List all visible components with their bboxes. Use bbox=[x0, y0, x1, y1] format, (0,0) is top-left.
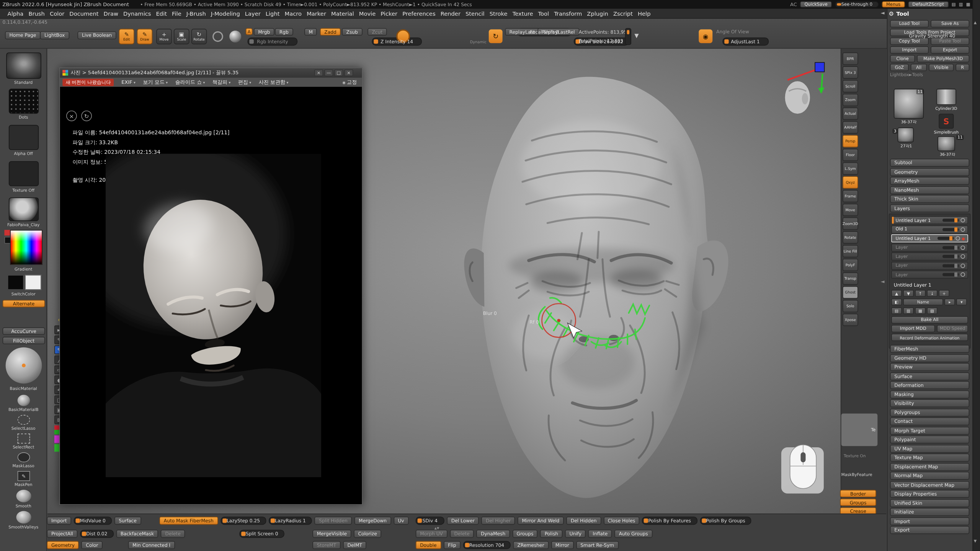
layer-add-icon[interactable]: + bbox=[939, 290, 949, 297]
menu-item[interactable]: Layer bbox=[242, 10, 263, 16]
layer-up-icon[interactable]: ▲ bbox=[891, 290, 902, 297]
tool-section-header[interactable]: Export bbox=[890, 526, 969, 534]
viewer-close-overlay-button[interactable]: × bbox=[66, 111, 77, 121]
dynamic-label[interactable]: Dynamic bbox=[470, 39, 487, 44]
shelf-button[interactable]: Frame bbox=[843, 190, 858, 202]
draw-size-slider[interactable]: Draw Size 26.8692 bbox=[573, 37, 629, 46]
draw-button[interactable]: ✎Draw bbox=[137, 29, 153, 44]
viewer-menu-item[interactable]: 책갈피▾ bbox=[212, 79, 230, 86]
bottom-control[interactable]: ProjectAll bbox=[47, 530, 77, 538]
tool-section-header[interactable]: Subtool bbox=[890, 159, 969, 167]
bottom-control[interactable]: Close Holes bbox=[603, 517, 639, 525]
zsub-button[interactable]: Zsub bbox=[342, 28, 362, 36]
shelf-button[interactable]: L.Sym bbox=[843, 162, 858, 175]
default-zscript-button[interactable]: DefaultZScript bbox=[908, 1, 949, 7]
replay-icon[interactable]: ↻ bbox=[489, 29, 503, 43]
viewer-rotate-overlay-button[interactable]: ↻ bbox=[81, 111, 92, 121]
menu-item[interactable]: Color bbox=[47, 10, 67, 16]
bake-all-button[interactable]: Bake All bbox=[891, 316, 968, 324]
menu-item[interactable]: Light bbox=[263, 10, 282, 16]
bottom-control[interactable]: Import bbox=[47, 517, 71, 525]
viewer-minimize-icon[interactable]: — bbox=[324, 69, 333, 76]
goz-visible-button[interactable]: Visible bbox=[929, 64, 954, 72]
bottom-control[interactable]: Polish By Groups bbox=[700, 517, 751, 525]
shelf-button[interactable]: Zoom bbox=[843, 94, 858, 106]
tool-section-header[interactable]: Deformation bbox=[890, 381, 969, 389]
bottom-control[interactable]: LazyStep 0.25 bbox=[220, 517, 266, 525]
bottom-control[interactable]: Split Screen 0 bbox=[239, 530, 284, 538]
layer-split-icon[interactable]: ◧ bbox=[891, 298, 902, 305]
bottom-control[interactable]: Smart Re-Sym bbox=[576, 541, 619, 549]
bottom-control[interactable]: Unify bbox=[565, 530, 586, 538]
rgb-intensity-slider[interactable]: Rgb Intensity bbox=[248, 37, 298, 46]
shelf-button[interactable]: AAHalf bbox=[843, 121, 858, 134]
save-as-button[interactable]: Save As bbox=[931, 20, 969, 28]
layer-row[interactable]: Layer bbox=[891, 243, 968, 251]
stroke-preview-icon[interactable] bbox=[212, 31, 223, 42]
window-icon[interactable]: ▦ bbox=[966, 2, 970, 7]
material-preview-icon[interactable] bbox=[229, 31, 241, 42]
viewer-menu-item[interactable]: EXIF▾ bbox=[121, 79, 136, 85]
load-tool-button[interactable]: Load Tool bbox=[890, 20, 929, 28]
border-button[interactable]: Border bbox=[840, 490, 876, 497]
viewer-close-icon[interactable]: × bbox=[345, 69, 353, 76]
shelf-button[interactable]: Rotate bbox=[843, 231, 858, 244]
shelf-button[interactable]: Floor bbox=[843, 149, 858, 161]
mrgb-button[interactable]: Mrgb bbox=[254, 28, 274, 36]
scale-button[interactable]: ▣Scale bbox=[174, 29, 189, 44]
layer-intensity-slider[interactable] bbox=[942, 264, 959, 267]
tool-panel-header[interactable]: ⚙Tool bbox=[889, 9, 972, 18]
layer-intensity-slider[interactable] bbox=[942, 218, 959, 222]
mdd-speed-button[interactable]: MDD Speed bbox=[937, 325, 968, 333]
layer-row[interactable]: Layer bbox=[891, 271, 968, 279]
layer-mode-icon-3[interactable]: ▦ bbox=[915, 307, 926, 314]
record-deformation-button[interactable]: Record Deformation Animation bbox=[891, 334, 968, 341]
menu-item[interactable]: Preferences bbox=[400, 10, 438, 16]
layer-intensity-slider[interactable] bbox=[942, 246, 959, 249]
scroll-up-icon[interactable]: ▲ bbox=[974, 20, 977, 24]
brush-thumbnail-standard[interactable] bbox=[6, 52, 41, 79]
bottom-control[interactable]: Del Higher bbox=[482, 517, 515, 525]
photo-viewer-window[interactable]: 사진 > 54efd410400131a6e24ab6f068af04ed.jp… bbox=[59, 67, 363, 505]
bottom-control[interactable]: Delete bbox=[161, 530, 185, 538]
layer-down-icon[interactable]: ▼ bbox=[903, 290, 914, 297]
navigation-gizmo[interactable] bbox=[775, 61, 837, 121]
smooth-valleys-icon[interactable] bbox=[16, 511, 31, 524]
cylinder3d-thumbnail[interactable] bbox=[936, 89, 956, 105]
menu-item[interactable]: Texture bbox=[510, 10, 536, 16]
select-rect-icon[interactable] bbox=[18, 434, 30, 443]
eye-icon[interactable] bbox=[960, 272, 965, 277]
viewer-extra-close-icon[interactable]: × bbox=[314, 69, 323, 76]
bottom-control[interactable]: Inflate bbox=[588, 530, 612, 538]
menu-item[interactable]: Tool bbox=[536, 10, 552, 16]
bottom-control[interactable]: StoreMT bbox=[312, 541, 340, 549]
bottom-control[interactable]: MidValue 0 bbox=[74, 517, 112, 525]
tool-section-header[interactable]: Geometry HD bbox=[890, 354, 969, 362]
layer-mode-icon-4[interactable]: ▧ bbox=[927, 307, 938, 314]
viewer-titlebar[interactable]: 사진 > 54efd410400131a6e24ab6f068af04ed.jp… bbox=[60, 68, 362, 77]
scroll-down-icon[interactable]: ▼ bbox=[974, 538, 977, 543]
bottom-control[interactable]: Dist 0.02 bbox=[80, 530, 114, 538]
tool-section-header[interactable]: Normal Map bbox=[890, 472, 969, 480]
tool-section-header[interactable]: Surface bbox=[890, 372, 969, 380]
tool-section-header[interactable]: Polygroups bbox=[890, 408, 969, 416]
eye-icon[interactable] bbox=[960, 254, 965, 258]
select-lasso-icon[interactable] bbox=[18, 415, 30, 425]
menu-item[interactable]: Stroke bbox=[487, 10, 510, 16]
menu-item[interactable]: J-Brush bbox=[184, 10, 208, 16]
shelf-button[interactable]: BPR bbox=[843, 52, 858, 65]
viewer-menu-item[interactable]: 보기 모드▾ bbox=[143, 79, 168, 86]
alpha-thumbnail[interactable] bbox=[9, 125, 39, 150]
lightbox-tools-label[interactable]: Lightbox►Tools bbox=[890, 72, 923, 77]
tool-section-header[interactable]: Polypaint bbox=[890, 435, 969, 443]
stroke-thumbnail-dots[interactable] bbox=[9, 89, 39, 114]
layer-row[interactable]: Old 1 bbox=[891, 225, 968, 233]
m-button[interactable]: M bbox=[304, 28, 317, 36]
material-thumb-basicb[interactable] bbox=[18, 395, 30, 406]
shelf-button[interactable]: Solo bbox=[843, 300, 858, 313]
menu-item[interactable]: Material bbox=[328, 10, 356, 16]
bottom-control[interactable]: Groups bbox=[512, 530, 538, 538]
bottom-control[interactable]: Split Hidden bbox=[315, 517, 352, 525]
goz-button[interactable]: GoZ bbox=[890, 64, 909, 72]
points-vertical-slider[interactable] bbox=[625, 28, 631, 45]
